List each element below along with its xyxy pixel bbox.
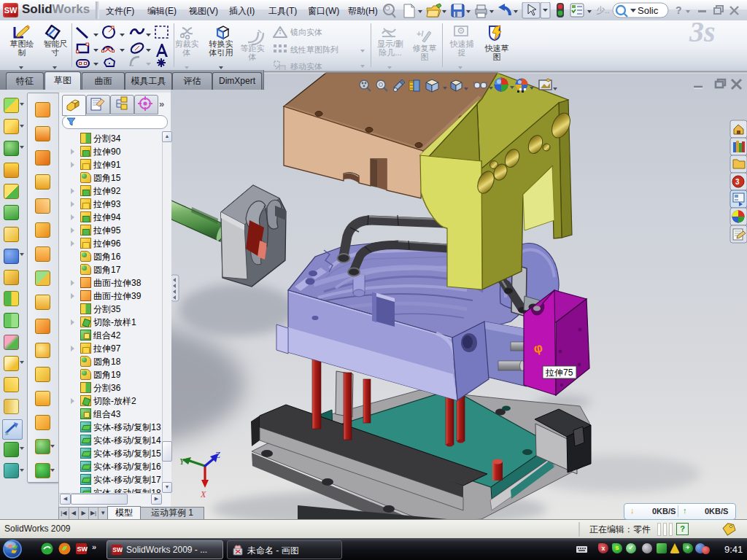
svg-text:3: 3 [735, 178, 740, 186]
svg-text:SW: SW [77, 545, 88, 553]
svg-text:Solic: Solic [638, 5, 659, 16]
svg-text:+/: +/ [417, 29, 423, 38]
svg-text:SW: SW [112, 546, 123, 553]
svg-text:?: ? [676, 4, 682, 16]
svg-text:少..: 少.. [596, 5, 610, 15]
